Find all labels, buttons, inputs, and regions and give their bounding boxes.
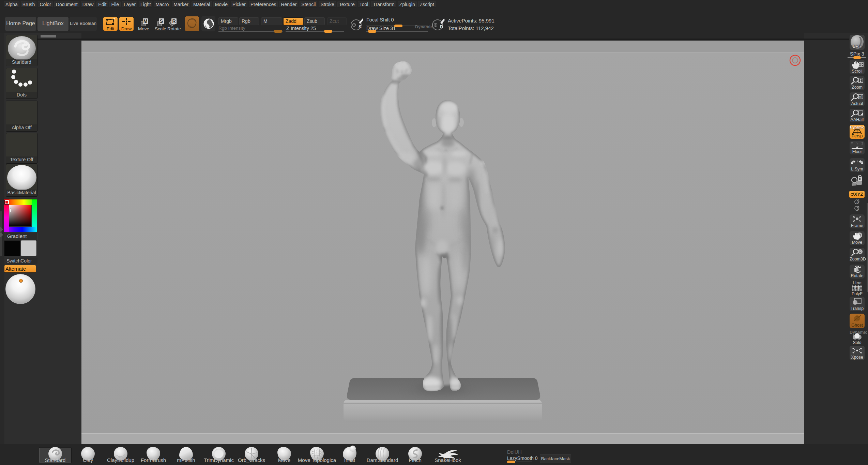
svg-text:Y: Y: [856, 201, 858, 205]
svg-text:Z: Z: [856, 208, 858, 211]
svg-text:S: S: [359, 24, 362, 29]
svg-text:D: D: [440, 24, 443, 29]
svg-text:x1: x1: [859, 95, 863, 99]
